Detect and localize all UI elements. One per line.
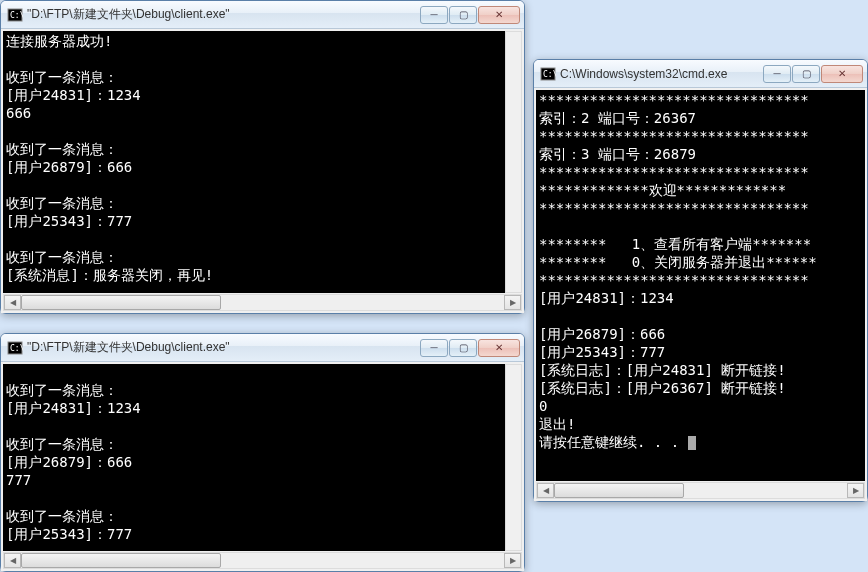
console-line <box>6 50 502 68</box>
console-line: 收到了一条消息： <box>6 140 502 158</box>
console-line <box>6 419 502 437</box>
console-line: ******************************** <box>539 127 862 145</box>
window-server[interactable]: C:\ C:\Windows\system32\cmd.exe ─ ▢ ✕ **… <box>533 59 868 502</box>
close-button[interactable]: ✕ <box>821 65 863 83</box>
console-line: 请按任意键继续. . . <box>539 433 862 451</box>
console-line: [用户24831]：1234 <box>6 401 502 419</box>
titlebar[interactable]: C:\ C:\Windows\system32\cmd.exe ─ ▢ ✕ <box>534 60 867 88</box>
console-output: ********************************索引：2 端口号… <box>536 90 865 481</box>
console-line: ******************************** <box>539 199 862 217</box>
console-line: 收到了一条消息： <box>6 383 502 401</box>
maximize-button[interactable]: ▢ <box>792 65 820 83</box>
console-line: 索引：3 端口号：26879 <box>539 145 862 163</box>
console-line: [系统消息]：服务器关闭，再见! <box>6 266 502 284</box>
console-line: [系统日志]：[用户24831] 断开链接! <box>539 361 862 379</box>
scroll-thumb[interactable] <box>554 483 684 498</box>
console-line: [用户25343]：777 <box>6 527 502 545</box>
console-line: 收到了一条消息： <box>6 194 502 212</box>
scrollbar-horizontal[interactable]: ◀ ▶ <box>3 552 522 569</box>
console-output: 连接服务器成功!收到了一条消息：[用户24831]：1234666收到了一条消息… <box>3 31 505 293</box>
cmd-icon: C:\ <box>7 7 23 23</box>
console-line: ******************************** <box>539 163 862 181</box>
console-line: 收到了一条消息： <box>6 68 502 86</box>
console-line <box>6 545 502 551</box>
window-title: "D:\FTP\新建文件夹\Debug\client.exe" <box>27 339 420 356</box>
scroll-thumb[interactable] <box>21 553 221 568</box>
scroll-left-button[interactable]: ◀ <box>4 295 21 310</box>
svg-text:C:\: C:\ <box>543 70 556 79</box>
console-line: [用户26879]：666 <box>6 158 502 176</box>
scroll-track[interactable] <box>554 483 847 498</box>
client-area: ********************************索引：2 端口号… <box>534 88 867 501</box>
console-line: [用户24831]：1234 <box>539 289 862 307</box>
console-line <box>6 230 502 248</box>
scroll-right-button[interactable]: ▶ <box>504 295 521 310</box>
minimize-button[interactable]: ─ <box>420 6 448 24</box>
client-area: 连接服务器成功!收到了一条消息：[用户24831]：1234666收到了一条消息… <box>1 29 524 313</box>
console-line <box>539 307 862 325</box>
console-line: [用户26879]：666 <box>539 325 862 343</box>
console-line: 收到了一条消息： <box>6 509 502 527</box>
console-line: 收到了一条消息： <box>6 437 502 455</box>
scrollbar-vertical[interactable] <box>505 31 522 293</box>
cmd-icon: C:\ <box>7 340 23 356</box>
scroll-track[interactable] <box>21 553 504 568</box>
minimize-button[interactable]: ─ <box>763 65 791 83</box>
console-line: 收到了一条消息： <box>6 248 502 266</box>
titlebar[interactable]: C:\ "D:\FTP\新建文件夹\Debug\client.exe" ─ ▢ … <box>1 1 524 29</box>
scrollbar-horizontal[interactable]: ◀ ▶ <box>3 294 522 311</box>
close-button[interactable]: ✕ <box>478 339 520 357</box>
console-line: [用户26879]：666 <box>6 455 502 473</box>
console-line: 0 <box>539 397 862 415</box>
window-controls: ─ ▢ ✕ <box>420 339 520 357</box>
scrollbar-vertical[interactable] <box>505 364 522 551</box>
console-line <box>6 176 502 194</box>
scroll-thumb[interactable] <box>21 295 221 310</box>
window-controls: ─ ▢ ✕ <box>420 6 520 24</box>
console-line: [用户25343]：777 <box>539 343 862 361</box>
console-line: [用户25343]：777 <box>6 212 502 230</box>
console-output: 收到了一条消息：[用户24831]：1234收到了一条消息：[用户26879]：… <box>3 364 505 551</box>
console-line <box>6 365 502 383</box>
minimize-button[interactable]: ─ <box>420 339 448 357</box>
client-area: 收到了一条消息：[用户24831]：1234收到了一条消息：[用户26879]：… <box>1 362 524 571</box>
scroll-left-button[interactable]: ◀ <box>537 483 554 498</box>
svg-text:C:\: C:\ <box>10 344 23 353</box>
titlebar[interactable]: C:\ "D:\FTP\新建文件夹\Debug\client.exe" ─ ▢ … <box>1 334 524 362</box>
scroll-left-button[interactable]: ◀ <box>4 553 21 568</box>
console-line: 连接服务器成功! <box>6 32 502 50</box>
window-controls: ─ ▢ ✕ <box>763 65 863 83</box>
console-line <box>539 217 862 235</box>
console-line: ******************************** <box>539 271 862 289</box>
scroll-right-button[interactable]: ▶ <box>504 553 521 568</box>
window-title: C:\Windows\system32\cmd.exe <box>560 67 763 81</box>
maximize-button[interactable]: ▢ <box>449 339 477 357</box>
window-client-1[interactable]: C:\ "D:\FTP\新建文件夹\Debug\client.exe" ─ ▢ … <box>0 0 525 314</box>
console-line: 777 <box>6 473 502 491</box>
console-line: ******** 1、查看所有客户端******* <box>539 235 862 253</box>
console-line <box>6 122 502 140</box>
scrollbar-horizontal[interactable]: ◀ ▶ <box>536 482 865 499</box>
console-line: ******************************** <box>539 91 862 109</box>
cursor <box>688 436 696 450</box>
console-line: 退出! <box>539 415 862 433</box>
console-line: [系统日志]：[用户26367] 断开链接! <box>539 379 862 397</box>
cmd-icon: C:\ <box>540 66 556 82</box>
scroll-track[interactable] <box>21 295 504 310</box>
window-client-2[interactable]: C:\ "D:\FTP\新建文件夹\Debug\client.exe" ─ ▢ … <box>0 333 525 572</box>
svg-text:C:\: C:\ <box>10 11 23 20</box>
close-button[interactable]: ✕ <box>478 6 520 24</box>
maximize-button[interactable]: ▢ <box>449 6 477 24</box>
console-line: ******** 0、关闭服务器并退出****** <box>539 253 862 271</box>
console-line: 666 <box>6 104 502 122</box>
console-line <box>6 491 502 509</box>
window-title: "D:\FTP\新建文件夹\Debug\client.exe" <box>27 6 420 23</box>
scroll-right-button[interactable]: ▶ <box>847 483 864 498</box>
console-line: *************欢迎************* <box>539 181 862 199</box>
console-line: [用户24831]：1234 <box>6 86 502 104</box>
console-line: 索引：2 端口号：26367 <box>539 109 862 127</box>
